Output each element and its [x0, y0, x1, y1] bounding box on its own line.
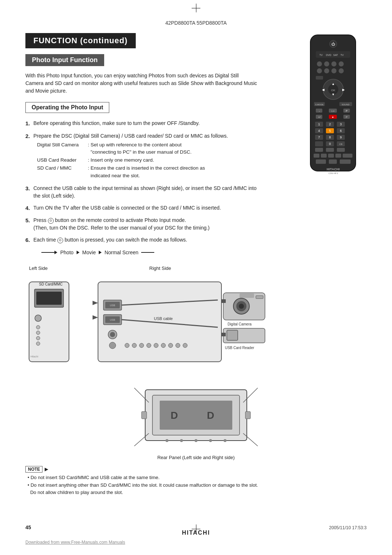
mode-switch-icon: ⊙: [57, 238, 63, 243]
svg-text:1: 1: [318, 122, 320, 126]
step-2-num: 2.: [25, 132, 33, 180]
step-2-value-2: : Insert only one memory card.: [88, 157, 154, 164]
svg-rect-69: [335, 154, 341, 158]
svg-point-81: [36, 325, 40, 329]
note-bullet-2: Do not insert anything other than SD Car…: [28, 482, 367, 496]
svg-text:0: 0: [329, 142, 331, 146]
svg-point-130: [195, 439, 197, 442]
step-3-content: Connect the USB cable to the input termi…: [33, 185, 258, 200]
step-2-row-1: Digital Still Camera : Set up with refer…: [37, 141, 258, 156]
step-1-num: 1.: [25, 119, 33, 128]
svg-point-8: [317, 61, 322, 66]
note-box-label: NOTE: [25, 466, 42, 473]
svg-text:⏻: ⏻: [331, 42, 335, 46]
left-side-label: Left Side: [29, 266, 48, 271]
svg-text:1:4: 1:4: [331, 110, 335, 112]
svg-text:Digital Camera: Digital Camera: [228, 322, 252, 326]
svg-point-104: [161, 343, 166, 348]
svg-text:Hitachi: Hitachi: [30, 355, 38, 358]
svg-point-82: [36, 331, 40, 335]
step-2-row-2: USB Card Reader : Insert only one memory…: [37, 157, 258, 164]
step-2-label-2: USB Card Reader: [37, 157, 88, 164]
svg-text:▶: ▶: [342, 88, 345, 92]
svg-point-80: [35, 315, 41, 321]
download-link[interactable]: Downloaded from www.Free-Manuals.com Man…: [25, 540, 125, 545]
svg-point-107: [183, 343, 187, 348]
svg-marker-121: [93, 301, 98, 305]
svg-rect-114: [221, 299, 226, 303]
flow-movie: Movie: [82, 250, 96, 255]
remote-control-image: ⏻ TV DVD SAT TV: [305, 33, 361, 178]
svg-text:CDE-HF3: CDE-HF3: [328, 172, 338, 174]
svg-rect-78: [36, 292, 62, 305]
svg-text:TV: TV: [319, 54, 323, 56]
svg-point-105: [168, 343, 173, 348]
step-6-content: Each time ⊙ button is pressed, you can s…: [33, 236, 258, 244]
svg-point-10: [331, 61, 336, 66]
step-6-num: 6.: [25, 236, 33, 244]
right-side-label: Right Side: [149, 266, 171, 271]
svg-rect-63: [315, 148, 323, 152]
step-2-table: Digital Still Camera : Set up with refer…: [37, 141, 258, 179]
step-4: 4. Turn ON the TV after the USB cable is…: [25, 204, 258, 212]
step-2-content: Prepare the DSC (Digital Still Camera) /…: [33, 132, 258, 180]
step-3-num: 3.: [25, 185, 33, 200]
svg-rect-72: [329, 159, 337, 164]
svg-point-101: [139, 343, 144, 348]
step-2-text: Prepare the DSC (Digital Still Camera) /…: [33, 133, 228, 139]
svg-text:USB: USB: [110, 304, 115, 307]
rear-panel-caption: Rear Panel (Left side and Right side): [25, 455, 367, 460]
svg-text:9: 9: [340, 135, 342, 139]
operating-box: Operating the Photo Input: [25, 102, 109, 113]
svg-text:SAT: SAT: [333, 54, 338, 56]
step-5: 5. Press ⊙ button on the remote control …: [25, 216, 258, 232]
svg-text:D: D: [207, 410, 214, 421]
left-col: FUNCTION (continued) Photo Input Functio…: [25, 33, 305, 262]
svg-point-15: [339, 68, 344, 73]
flow-diagram: Photo Movie Normal Screen: [33, 250, 298, 255]
step-4-num: 4.: [25, 204, 33, 212]
svg-text:▲: ▲: [332, 82, 335, 86]
lr-labels-row: Left Side Right Side: [25, 266, 367, 271]
svg-text:USB cable: USB cable: [154, 316, 173, 321]
svg-text:4: 4: [318, 129, 320, 133]
svg-point-129: [180, 439, 183, 442]
note-bullets: Do not insert SD Card/MMC and USB cable …: [25, 474, 367, 496]
svg-rect-117: [227, 330, 238, 340]
diagram-area: Left Side Right Side SD Card/MMC Hita: [25, 266, 367, 377]
step-3: 3. Connect the USB cable to the input te…: [25, 185, 258, 200]
svg-text:3: 3: [340, 122, 342, 126]
note-section: NOTE ▶ Do not insert SD Card/MMC and USB…: [25, 466, 367, 496]
svg-text:USB: USB: [110, 319, 115, 321]
svg-text:5: 5: [329, 129, 331, 133]
note-header: NOTE ▶: [25, 466, 367, 473]
two-col-layout: FUNCTION (continued) Photo Input Functio…: [25, 33, 367, 262]
svg-text:2: 2: [329, 122, 331, 126]
step-2-value-3: : Ensure the card is inserted in the cor…: [88, 165, 205, 179]
svg-point-84: [36, 342, 40, 345]
svg-point-11: [339, 61, 344, 66]
svg-point-13: [324, 68, 329, 73]
svg-rect-68: [328, 154, 334, 158]
svg-point-100: [132, 343, 136, 348]
svg-rect-70: [343, 154, 352, 158]
rear-panel-diagram: D D: [123, 382, 269, 451]
svg-text:TV: TV: [340, 54, 344, 56]
page-number: 45: [25, 524, 31, 530]
svg-text:7: 7: [318, 135, 320, 139]
svg-rect-112: [240, 293, 254, 298]
svg-point-132: [224, 439, 226, 442]
svg-point-97: [110, 332, 115, 337]
svg-point-131: [209, 439, 212, 442]
svg-point-106: [176, 343, 180, 348]
description-text: With this Photo Input function, you can …: [25, 72, 258, 95]
svg-text:P: P: [346, 116, 348, 118]
svg-point-12: [317, 68, 322, 73]
svg-rect-113: [256, 296, 263, 299]
svg-text:OK: OK: [331, 89, 335, 92]
svg-text:▼: ▼: [332, 93, 335, 96]
function-banner: FUNCTION (continued): [25, 33, 136, 48]
download-footer[interactable]: Downloaded from www.Free-Manuals.com Man…: [25, 540, 125, 545]
svg-rect-67: [321, 154, 327, 158]
svg-text:SD Card/MMC: SD Card/MMC: [39, 282, 62, 286]
